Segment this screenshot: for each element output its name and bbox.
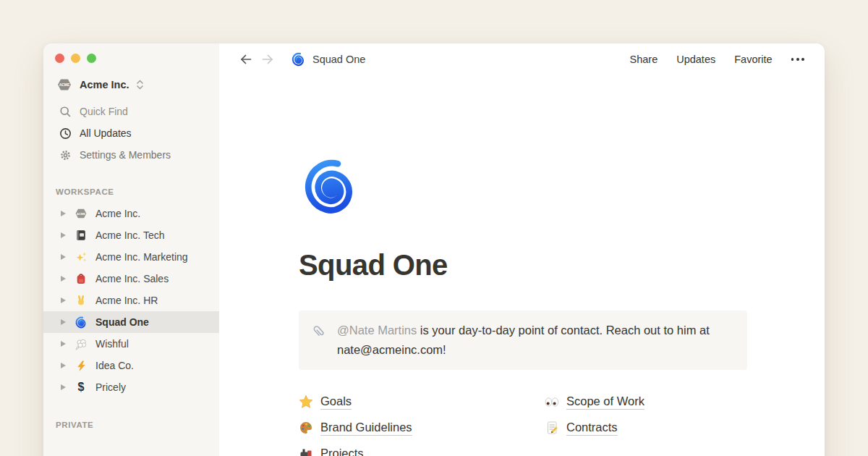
paperclip-icon xyxy=(310,323,328,340)
link-contracts: Contracts xyxy=(545,421,747,436)
sidebar-page-acme-hr[interactable]: Acme Inc. HR xyxy=(43,290,219,311)
svg-text:ACME: ACME xyxy=(77,212,85,216)
minimize-button[interactable] xyxy=(71,54,80,63)
disclosure-triangle-icon[interactable] xyxy=(61,341,66,347)
search-icon xyxy=(58,104,72,119)
workspace-tree: ACME Acme Inc. Acme Inc. Tech xyxy=(43,203,219,398)
page-title[interactable]: Squad One xyxy=(299,249,747,282)
main-area: Squad One Share Updates Favorite xyxy=(219,43,825,456)
locomotive-emoji-icon xyxy=(299,447,313,456)
page-content: Squad One @Nate Martins is your day-to-d… xyxy=(219,75,747,456)
sidebar-page-acme-inc[interactable]: ACME Acme Inc. xyxy=(43,203,219,224)
callout-block: @Nate Martins is your day-to-day point o… xyxy=(299,311,747,370)
sidebar-item-settings-members[interactable]: Settings & Members xyxy=(43,144,219,166)
notebook-emoji-icon xyxy=(75,229,88,242)
mention-nate-martins[interactable]: @Nate Martins xyxy=(337,324,417,337)
topbar: Squad One Share Updates Favorite xyxy=(219,43,825,75)
close-button[interactable] xyxy=(55,54,64,63)
dollar-sign-icon: $ xyxy=(75,381,88,394)
victory-hand-emoji-icon xyxy=(75,294,88,307)
sidebar-page-idea-co[interactable]: Idea Co. xyxy=(43,355,219,376)
forward-button[interactable] xyxy=(260,51,276,67)
zoom-button[interactable] xyxy=(87,54,96,63)
sidebar-page-wishful[interactable]: Wishful xyxy=(43,333,219,355)
window-controls xyxy=(43,54,219,63)
disclosure-triangle-icon[interactable] xyxy=(61,276,66,282)
acme-badge-icon: ACME xyxy=(75,207,88,220)
link-scope-of-work: Scope of Work xyxy=(545,394,747,410)
palette-emoji-icon xyxy=(299,421,313,435)
thought-balloon-emoji-icon xyxy=(75,337,88,350)
page-icon-cyclone[interactable] xyxy=(303,158,361,216)
sidebar-menu: Quick Find All Updates S xyxy=(43,101,219,166)
sidebar-item-label: Settings & Members xyxy=(80,149,171,161)
sparkles-emoji-icon xyxy=(75,250,88,263)
cyclone-emoji-icon xyxy=(75,316,88,329)
sidebar-page-acme-tech[interactable]: Acme Inc. Tech xyxy=(43,224,219,246)
disclosure-triangle-icon[interactable] xyxy=(61,297,66,303)
breadcrumb-page-title: Squad One xyxy=(312,54,365,65)
svg-text:ACME: ACME xyxy=(59,83,70,87)
link-projects: Projects xyxy=(299,447,545,456)
chevron-updown-icon xyxy=(135,78,145,91)
disclosure-triangle-icon[interactable] xyxy=(61,232,66,238)
sidebar-item-label: Quick Find xyxy=(80,106,128,117)
app-window: ACME Acme Inc. Quick Find xyxy=(43,43,825,456)
private-section-label: PRIVATE xyxy=(43,418,219,432)
more-options-icon[interactable] xyxy=(790,55,806,64)
sidebar-page-acme-sales[interactable]: Acme Inc. Sales xyxy=(43,268,219,290)
page-links: Goals Scope of Work xyxy=(299,389,747,456)
eyes-emoji-icon xyxy=(545,394,559,409)
sidebar-item-label: All Updates xyxy=(80,127,132,139)
back-button[interactable] xyxy=(238,51,254,67)
sidebar-page-squad-one[interactable]: Squad One xyxy=(43,311,219,333)
disclosure-triangle-icon[interactable] xyxy=(61,254,66,260)
sidebar: ACME Acme Inc. Quick Find xyxy=(43,43,219,456)
backpack-emoji-icon xyxy=(75,272,88,285)
lightning-emoji-icon xyxy=(75,359,88,372)
sidebar-item-quick-find[interactable]: Quick Find xyxy=(43,101,219,122)
disclosure-triangle-icon[interactable] xyxy=(61,384,66,390)
disclosure-triangle-icon[interactable] xyxy=(61,319,66,325)
updates-button[interactable]: Updates xyxy=(676,54,715,65)
disclosure-triangle-icon[interactable] xyxy=(61,211,66,216)
favorite-button[interactable]: Favorite xyxy=(734,54,772,65)
sidebar-page-acme-marketing[interactable]: Acme Inc. Marketing xyxy=(43,246,219,268)
disclosure-triangle-icon[interactable] xyxy=(61,363,66,368)
workspace-section-label: WORKSPACE xyxy=(43,185,219,199)
page-cyclone-icon xyxy=(292,52,306,67)
link-brand-guidelines: Brand Guidelines xyxy=(299,421,545,436)
sidebar-page-pricely[interactable]: $ Pricely xyxy=(43,376,219,398)
memo-emoji-icon xyxy=(545,421,559,435)
acme-badge-icon: ACME xyxy=(56,77,72,93)
callout-text: @Nate Martins is your day-to-day point o… xyxy=(337,321,736,360)
workspace-name: Acme Inc. xyxy=(80,79,129,90)
clock-icon xyxy=(58,126,72,140)
share-button[interactable]: Share xyxy=(630,54,658,65)
topbar-actions: Share Updates Favorite xyxy=(630,54,807,65)
gear-icon xyxy=(58,148,72,162)
star-emoji-icon xyxy=(299,394,313,409)
sidebar-item-all-updates[interactable]: All Updates xyxy=(43,122,219,144)
workspace-switcher[interactable]: ACME Acme Inc. xyxy=(43,74,219,96)
link-goals: Goals xyxy=(299,394,545,410)
